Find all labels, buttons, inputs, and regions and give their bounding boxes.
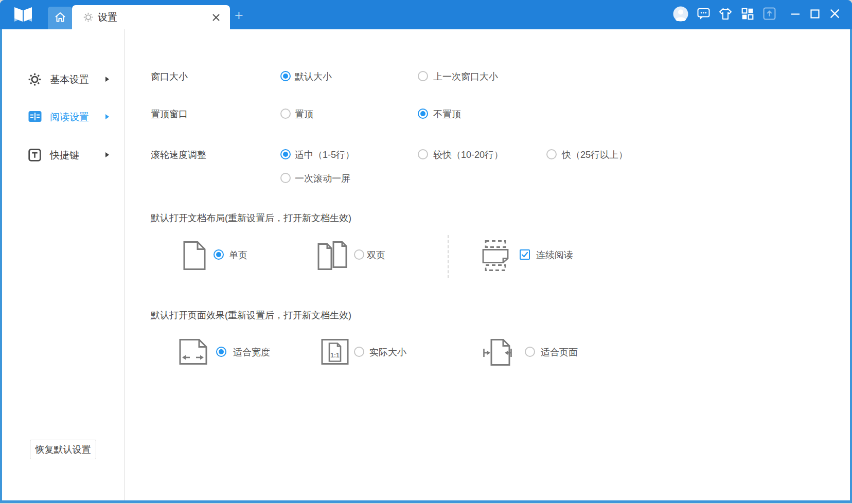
- fit-page-icon: [483, 338, 512, 368]
- tab-home[interactable]: [48, 7, 72, 29]
- sidebar-item-label: 快捷键: [50, 148, 79, 163]
- radio-last-window-size[interactable]: [418, 71, 428, 81]
- section-title-layout: 默认打开文档布局(重新设置后，打开新文档生效): [151, 212, 351, 224]
- window-upload-icon[interactable]: [763, 7, 776, 22]
- sidebar-item-label: 基本设置: [50, 73, 89, 87]
- setting-label: 滚轮速度调整: [151, 149, 206, 161]
- reading-settings-icon: [28, 111, 42, 124]
- fit-width-icon: [177, 338, 208, 368]
- sidebar-item-reading-settings[interactable]: 阅读设置: [2, 109, 125, 125]
- checkbox-option-label[interactable]: 连续阅读: [536, 249, 573, 261]
- radio-option-label[interactable]: 较快（10-20行）: [433, 149, 503, 161]
- shortcut-key-icon: [28, 149, 41, 164]
- sidebar: 基本设置 阅读设置: [2, 29, 125, 500]
- radio-no-pin[interactable]: [418, 109, 428, 119]
- radio-option-label[interactable]: 默认大小: [295, 70, 332, 83]
- radio-actual-size[interactable]: [354, 347, 364, 357]
- titlebar-actions: [673, 0, 841, 29]
- setting-row-scroll-speed-2: 一次滚动一屏: [126, 170, 850, 187]
- window-frame: 设置 ＋: [0, 0, 852, 503]
- actual-size-icon: 1:1: [321, 338, 349, 367]
- tab-close-icon[interactable]: [211, 13, 221, 22]
- sidebar-item-shortcut-keys[interactable]: 快捷键: [2, 147, 125, 164]
- chevron-right-icon: [105, 114, 109, 119]
- radio-fit-width[interactable]: [216, 347, 226, 357]
- tab-title: 设置: [98, 5, 117, 29]
- chevron-right-icon: [105, 152, 109, 157]
- sidebar-item-basic-settings[interactable]: 基本设置: [2, 71, 125, 88]
- radio-speed-one-screen[interactable]: [280, 173, 291, 183]
- radio-option-label[interactable]: 单页: [229, 249, 247, 261]
- maximize-icon[interactable]: [810, 9, 820, 21]
- double-page-icon: [317, 241, 347, 273]
- radio-option-label[interactable]: 适中（1-5行）: [295, 149, 354, 161]
- radio-option-label[interactable]: 实际大小: [369, 346, 406, 358]
- user-avatar[interactable]: [673, 6, 688, 24]
- radio-pin[interactable]: [280, 109, 291, 119]
- settings-content: 窗口大小 默认大小 上一次窗口大小 置顶窗口 置顶 不置顶 滚轮速度调整 适中（…: [126, 29, 850, 500]
- gear-icon: [83, 12, 93, 24]
- one-to-one-badge: 1:1: [330, 352, 340, 359]
- single-page-icon: [183, 241, 206, 273]
- radio-speed-medium[interactable]: [280, 149, 291, 159]
- radio-option-label[interactable]: 快（25行以上）: [562, 149, 628, 161]
- radio-option-label[interactable]: 置顶: [295, 108, 313, 120]
- minimize-icon[interactable]: [790, 8, 801, 22]
- radio-speed-faster[interactable]: [418, 149, 428, 159]
- radio-option-label[interactable]: 适合页面: [541, 346, 578, 358]
- setting-label: 置顶窗口: [151, 108, 188, 120]
- close-icon[interactable]: [829, 8, 841, 22]
- message-icon[interactable]: [697, 8, 710, 22]
- sidebar-item-label: 阅读设置: [50, 110, 89, 124]
- radio-option-label[interactable]: 适合宽度: [233, 346, 270, 358]
- radio-option-label[interactable]: 双页: [367, 249, 385, 261]
- continuous-reading-icon: [481, 240, 510, 273]
- reset-defaults-button[interactable]: 恢复默认设置: [30, 440, 96, 459]
- options-divider: [448, 235, 449, 278]
- checkbox-continuous-reading[interactable]: [520, 249, 530, 260]
- chevron-right-icon: [105, 77, 109, 82]
- home-icon: [54, 11, 66, 25]
- tab-settings[interactable]: 设置: [72, 5, 230, 29]
- radio-fit-page[interactable]: [525, 347, 535, 357]
- settings-window: 基本设置 阅读设置: [2, 29, 850, 500]
- radio-double-page[interactable]: [354, 249, 364, 260]
- setting-label: 窗口大小: [151, 70, 188, 83]
- layout-options-row: 单页 双页: [126, 237, 850, 276]
- radio-option-label[interactable]: 不置顶: [433, 108, 461, 120]
- setting-row-window-size: 窗口大小 默认大小 上一次窗口大小: [126, 68, 850, 85]
- radio-default-size[interactable]: [280, 71, 291, 81]
- page-effect-options-row: 适合宽度 1:1 实际大小: [126, 336, 850, 368]
- setting-row-pin-window: 置顶窗口 置顶 不置顶: [126, 105, 850, 123]
- tshirt-skin-icon[interactable]: [719, 8, 732, 22]
- radio-option-label[interactable]: 上一次窗口大小: [433, 70, 498, 83]
- setting-row-scroll-speed: 滚轮速度调整 适中（1-5行） 较快（10-20行） 快（25行以上）: [126, 146, 850, 164]
- new-tab-button[interactable]: ＋: [230, 0, 247, 29]
- radio-single-page[interactable]: [214, 249, 224, 260]
- app-logo-icon[interactable]: [13, 6, 33, 27]
- section-title-page-effect: 默认打开页面效果(重新设置后，打开新文档生效): [151, 309, 351, 321]
- gear-icon: [28, 73, 41, 88]
- title-bar: 设置 ＋: [0, 0, 852, 29]
- app-grid-icon[interactable]: [741, 7, 754, 23]
- radio-speed-fast[interactable]: [546, 149, 557, 159]
- radio-option-label[interactable]: 一次滚动一屏: [295, 172, 350, 185]
